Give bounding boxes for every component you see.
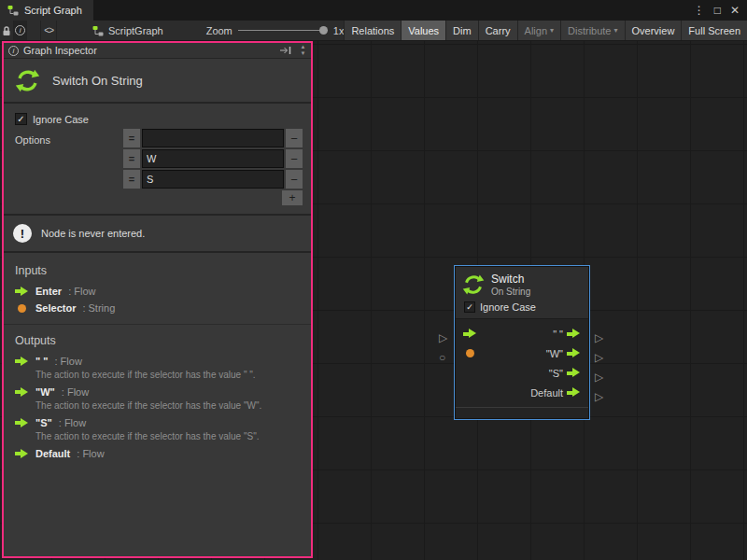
lock-icon[interactable] [0,21,14,40]
option-value-input[interactable] [142,170,284,189]
node-titles: Switch On String [491,273,530,297]
flow-output-port[interactable] [567,329,581,339]
string-input-port[interactable] [463,349,477,357]
warning-text: Node is never entered. [41,228,145,239]
graph-inspector-panel: i Graph Inspector ▲ ▼ Switch On String ✓… [2,41,313,558]
align-dropdown[interactable]: Align ▾ [517,21,560,40]
drag-handle-icon[interactable]: = [123,149,140,168]
port-type: : Flow [77,448,104,459]
zoom-value: 1x [333,25,345,36]
port-name: "W" [35,386,55,398]
dim-button[interactable]: Dim [445,21,478,40]
flow-output-port[interactable] [567,368,581,378]
zoom-slider[interactable] [238,21,328,41]
ignore-case-label: Ignore Case [33,114,89,125]
code-view-icon[interactable]: <> [40,21,57,40]
port-type: : Flow [68,286,95,297]
inspector-controls: ✓ Ignore Case Options = − = − = − + [4,104,311,216]
outputs-header: Outputs [4,324,311,353]
relations-button[interactable]: Relations [344,21,401,40]
port-name: Enter [35,286,62,297]
chevron-down-icon: ▾ [550,26,554,35]
add-option-row: + [123,190,303,205]
values-button[interactable]: Values [401,21,445,40]
output-port-label: Default [530,387,563,399]
info-icon: i [8,46,19,56]
input-connector-triangle-icon[interactable]: ▷ [439,332,447,343]
inspector-node-title-section: Switch On String [4,59,311,104]
remove-option-button[interactable]: − [286,129,303,147]
lock-glyph [1,25,12,36]
output-connector-triangle-icon[interactable]: ▷ [595,391,603,402]
option-value-input[interactable] [142,129,284,147]
scroll-up-icon[interactable]: ▲ [301,44,306,50]
port-name: " " [35,356,49,367]
dock-panel-icon[interactable] [279,45,292,56]
port-type: : Flow [62,386,89,398]
panel-scroll-arrows[interactable]: ▲ ▼ [297,44,309,57]
fullscreen-button[interactable]: Full Screen [681,21,747,40]
zoom-slider-track [238,30,328,31]
kebab-menu-icon[interactable]: ⋮ [694,4,705,17]
input-port-row: Enter : Flow [4,283,311,300]
string-dot-icon [15,304,29,313]
align-label: Align [525,25,547,36]
script-graph-icon [7,5,19,16]
distribute-label: Distribute [568,25,611,36]
inspector-ports: Inputs Enter : Flow Selector : String Ou… [4,253,311,556]
maximize-icon[interactable]: □ [714,4,721,17]
zoom-slider-thumb[interactable] [319,26,328,35]
flow-arrow-icon [15,387,29,398]
output-connector-triangle-icon[interactable]: ▷ [595,371,603,383]
options-list: = − = − = − + [123,129,303,205]
remove-option-button[interactable]: − [286,170,303,189]
distribute-dropdown[interactable]: Distribute ▾ [560,21,624,40]
output-connector-triangle-icon[interactable]: ▷ [595,352,603,363]
overview-button[interactable]: Overview [625,21,682,40]
port-row: "W" [456,343,588,363]
string-dot-icon [466,349,474,357]
flow-arrow-icon [15,287,29,297]
input-connector-circle-icon[interactable]: ○ [439,352,445,363]
ignore-case-label: Ignore Case [480,301,536,313]
drag-handle-icon[interactable]: = [123,170,140,189]
option-row: = − [123,170,303,189]
carry-button[interactable]: Carry [478,21,517,40]
node-header: Switch On String [456,267,588,299]
inspector-node-title: Switch On String [52,74,143,88]
flow-arrow-icon [15,449,29,459]
inspector-header: i Graph Inspector ▲ ▼ [4,43,311,59]
input-port-row: Selector : String [4,300,311,316]
graph-name: ScriptGraph [92,21,163,40]
output-port-label: " " [553,329,563,340]
output-port-row: "W" : Flow [4,384,311,400]
drag-handle-icon[interactable]: = [123,129,140,147]
close-icon[interactable]: ✕ [730,4,740,17]
ignore-case-checkbox[interactable]: ✓ [464,301,475,313]
flow-output-port[interactable] [567,387,581,398]
option-value-input[interactable] [142,149,284,168]
port-row: " " [456,324,588,343]
tab-script-graph[interactable]: Script Graph [0,0,93,21]
warning-icon: ! [13,224,32,243]
output-port-row: "S" : Flow [4,414,311,431]
switch-icon [15,68,40,93]
script-graph-icon [92,25,104,36]
add-option-button[interactable]: + [282,190,303,205]
zoom-control: Zoom 1x [206,21,345,40]
ignore-case-checkbox[interactable]: ✓ [15,113,27,125]
toolbar-buttons: Relations Values Dim Carry Align ▾ Distr… [344,21,747,40]
warning-banner: ! Node is never entered. [4,216,311,253]
port-description: The action to execute if the selector ha… [4,431,311,445]
scroll-down-icon[interactable]: ▼ [301,50,306,57]
flow-input-port[interactable] [463,329,477,339]
ignore-case-row: ✓ Ignore Case [15,113,300,125]
graph-toolbar: i <> ScriptGraph Zoom 1x Relations Value… [0,21,747,41]
port-name: "S" [35,417,52,428]
flow-output-port[interactable] [567,348,581,358]
remove-option-button[interactable]: − [286,149,303,168]
inspector-toggle-icon[interactable]: i [14,21,28,40]
flow-arrow-icon [15,357,29,367]
switch-on-string-node[interactable]: Switch On String ✓ Ignore Case " " "W" [455,266,589,419]
output-connector-triangle-icon[interactable]: ▷ [595,332,603,343]
